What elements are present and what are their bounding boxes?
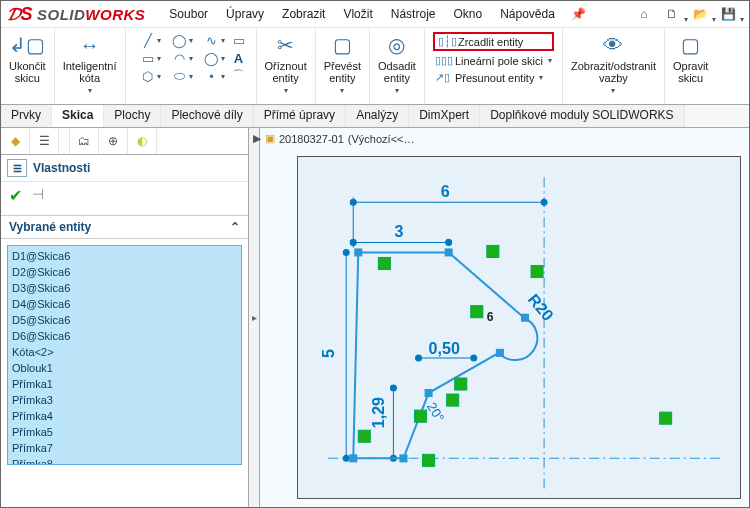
- svg-rect-19: [445, 248, 453, 256]
- linear-pattern-icon: ▯▯▯: [435, 54, 451, 67]
- arc-tool-icon[interactable]: ◠: [166, 50, 194, 66]
- panel-tab-feature-icon[interactable]: ◆: [1, 128, 30, 154]
- list-item[interactable]: Přímka1: [12, 376, 237, 392]
- ellipse-tool-icon[interactable]: ◯: [198, 50, 226, 66]
- properties-icon: ☰: [7, 159, 27, 177]
- list-item[interactable]: Přímka7: [12, 440, 237, 456]
- trim-entities-button[interactable]: ✂ Oříznout entity: [265, 32, 307, 97]
- tab-plochy[interactable]: Plochy: [104, 105, 161, 127]
- tab-plechove[interactable]: Plechové díly: [161, 105, 253, 127]
- panel-collapse-handle[interactable]: ▸: [249, 128, 260, 507]
- svg-text:1,29: 1,29: [369, 397, 387, 428]
- svg-text:5: 5: [319, 349, 337, 358]
- svg-point-16: [390, 385, 396, 391]
- qat-new-icon[interactable]: 🗋: [661, 5, 683, 23]
- svg-rect-23: [399, 454, 407, 462]
- slot-tool-icon[interactable]: ⬭: [166, 68, 194, 84]
- pushpin-icon[interactable]: ⊣: [32, 186, 44, 205]
- offset-icon: ◎: [384, 32, 410, 58]
- qat-save-icon[interactable]: 💾: [717, 5, 739, 23]
- ribbon: ↲▢ Ukončit skicu ↔ Inteligentní kóta ╱ ◯…: [1, 28, 749, 105]
- confirm-ok-icon[interactable]: ✔: [9, 186, 22, 205]
- point-tool-icon[interactable]: •: [198, 68, 226, 84]
- svg-text:3: 3: [394, 222, 403, 240]
- panel-tab-config-icon[interactable]: 🗂: [69, 128, 99, 154]
- convert-icon: ▢: [329, 32, 355, 58]
- list-item[interactable]: D3@Skica6: [12, 280, 237, 296]
- menu-help[interactable]: Nápověda: [492, 5, 563, 23]
- ribbon-group-relations: 👁 Zobrazit/odstranit vazby: [563, 28, 665, 104]
- svg-rect-25: [378, 257, 390, 269]
- exit-sketch-button[interactable]: ↲▢ Ukončit skicu: [9, 32, 46, 84]
- tab-prime[interactable]: Přímé úpravy: [254, 105, 346, 127]
- list-item[interactable]: Přímka3: [12, 392, 237, 408]
- list-item[interactable]: Oblouk1: [12, 360, 237, 376]
- tab-skica[interactable]: Skica: [52, 105, 104, 127]
- qat-home-icon[interactable]: ⌂: [633, 5, 655, 23]
- svg-point-11: [343, 455, 349, 461]
- list-item[interactable]: Přímka5: [12, 424, 237, 440]
- ribbon-group-repair: ▢ Opravit skicu: [665, 28, 716, 104]
- display-relations-button[interactable]: 👁 Zobrazit/odstranit vazby: [571, 32, 656, 97]
- section-selected-entities[interactable]: Vybrané entity ⌃: [1, 215, 248, 239]
- app-logo: 𝓓S SOLIDWORKS: [7, 4, 145, 25]
- svg-point-10: [343, 249, 349, 255]
- menu-tools[interactable]: Nástroje: [383, 5, 444, 23]
- panel-tab-axes-icon[interactable]: ⊕: [99, 128, 128, 154]
- circle-tool-icon[interactable]: ◯: [166, 32, 194, 48]
- ribbon-group-shapes: ╱ ◯ ∿ ▭ ▭ ◠ ◯ A ⬡ ⬭ • ⌒: [126, 28, 257, 104]
- move-entities-button[interactable]: ↗▯ Přesunout entity: [433, 70, 554, 85]
- rect-tool-icon[interactable]: ▭: [134, 50, 162, 66]
- list-item[interactable]: Přímka4: [12, 408, 237, 424]
- list-item[interactable]: Kóta<2>: [12, 344, 237, 360]
- menu-insert[interactable]: Vložit: [335, 5, 380, 23]
- panel-confirm-row: ✔ ⊣: [1, 182, 248, 209]
- tab-dimxpert[interactable]: DimXpert: [409, 105, 480, 127]
- breadcrumb[interactable]: ▶ ▣ 20180327-01 (Výchozí<<…: [253, 132, 414, 145]
- spline-tool-icon[interactable]: ∿: [198, 32, 226, 48]
- collapse-icon: ⌃: [230, 220, 240, 234]
- menu-edit[interactable]: Úpravy: [218, 5, 272, 23]
- sketch-svg: 6 3 5 0,50 R20 1,29 6 20°: [298, 157, 740, 499]
- list-item[interactable]: D6@Skica6: [12, 328, 237, 344]
- selection-list[interactable]: D1@Skica6 D2@Skica6 D3@Skica6 D4@Skica6 …: [7, 245, 242, 465]
- menu-view[interactable]: Zobrazit: [274, 5, 333, 23]
- tab-prvky[interactable]: Prvky: [1, 105, 52, 127]
- panel-tab-properties-icon[interactable]: ☰: [30, 128, 59, 154]
- list-item[interactable]: D2@Skica6: [12, 264, 237, 280]
- svg-point-14: [471, 355, 477, 361]
- svg-text:6: 6: [487, 310, 494, 324]
- menu-window[interactable]: Okno: [445, 5, 490, 23]
- menu-file[interactable]: Soubor: [161, 5, 216, 23]
- linear-pattern-button[interactable]: ▯▯▯ Lineární pole skici: [433, 53, 554, 68]
- smart-dimension-button[interactable]: ↔ Inteligentní kóta: [63, 32, 117, 97]
- mirror-entities-button[interactable]: ▯┆▯ Zrcadlit entity: [433, 32, 554, 51]
- text-tool-icon[interactable]: A: [230, 50, 248, 66]
- panel-tab-bar: ◆ ☰ 🗂 ⊕ ◐: [1, 128, 248, 155]
- tab-addins[interactable]: Doplňkové moduly SOLIDWORKS: [480, 105, 684, 127]
- fillet-tool-icon[interactable]: ⌒: [230, 68, 248, 84]
- panel-tab-appearance-icon[interactable]: ◐: [128, 128, 157, 154]
- list-item[interactable]: Přímka8: [12, 456, 237, 465]
- pin-icon[interactable]: 📌: [565, 7, 592, 21]
- list-item[interactable]: D1@Skica6: [12, 248, 237, 264]
- convert-entities-button[interactable]: ▢ Převést entity: [324, 32, 361, 97]
- repair-sketch-button[interactable]: ▢ Opravit skicu: [673, 32, 708, 84]
- line-tool-icon[interactable]: ╱: [134, 32, 162, 48]
- graphics-area[interactable]: ▸ ▶ ▣ 20180327-01 (Výchozí<<…: [249, 128, 749, 507]
- list-item[interactable]: D4@Skica6: [12, 296, 237, 312]
- qat-open-icon[interactable]: 📂: [689, 5, 711, 23]
- svg-point-4: [350, 199, 356, 205]
- tab-analyzy[interactable]: Analýzy: [346, 105, 409, 127]
- svg-rect-27: [531, 265, 543, 277]
- svg-rect-21: [496, 349, 504, 357]
- ribbon-group-convert: ▢ Převést entity: [316, 28, 370, 104]
- dotted-rect-icon[interactable]: ▭: [230, 32, 248, 48]
- offset-entities-button[interactable]: ◎ Odsadit entity: [378, 32, 416, 97]
- list-item[interactable]: D5@Skica6: [12, 312, 237, 328]
- polygon-tool-icon[interactable]: ⬡: [134, 68, 162, 84]
- svg-point-7: [350, 239, 356, 245]
- exit-sketch-icon: ↲▢: [14, 32, 40, 58]
- logo-ds-icon: 𝓓S: [7, 4, 33, 25]
- svg-text:0,50: 0,50: [429, 339, 460, 357]
